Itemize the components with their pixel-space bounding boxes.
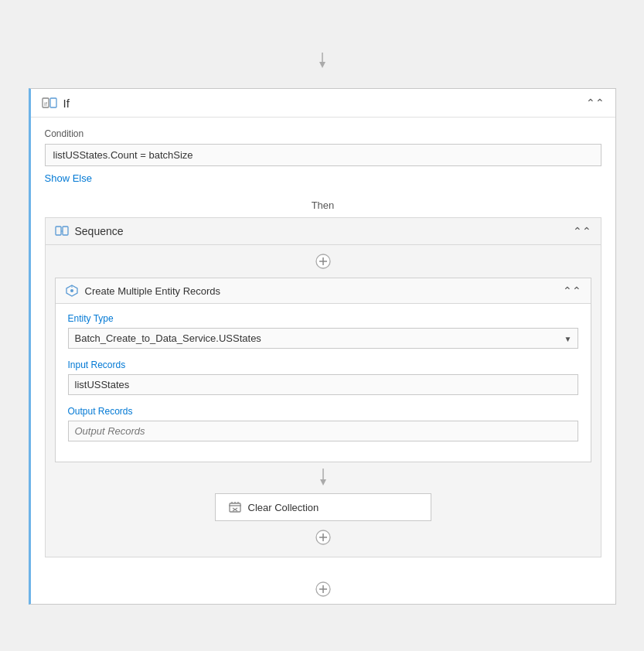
arrow-connector-1 — [46, 462, 601, 493]
add-step-outer-button[interactable] — [31, 571, 615, 604]
sequence-title: Sequence — [75, 225, 124, 237]
input-records-input[interactable] — [68, 374, 578, 395]
sequence-icon — [55, 224, 69, 238]
output-records-group: Output Records — [68, 406, 578, 441]
entity-header: Create Multiple Entity Records ⌃⌃ — [56, 278, 591, 304]
entity-type-group: Entity Type Batch_Create_to_Data_Service… — [68, 313, 578, 349]
entity-type-label: Entity Type — [68, 313, 578, 324]
entity-type-select[interactable]: Batch_Create_to_Data_Service.USStates — [68, 328, 578, 349]
add-step-bottom-button[interactable] — [46, 521, 601, 557]
clear-collection-wrapper: Clear Collection — [46, 493, 601, 521]
output-records-label: Output Records — [68, 406, 578, 417]
clear-collection-label: Clear Collection — [248, 502, 319, 513]
svg-rect-5 — [56, 227, 61, 235]
input-records-label: Input Records — [68, 360, 578, 370]
clear-collection-block: Clear Collection — [215, 493, 431, 521]
entity-block: Create Multiple Entity Records ⌃⌃ Entity… — [55, 278, 591, 462]
output-records-input[interactable] — [68, 421, 578, 441]
if-icon: if — [42, 95, 57, 111]
clear-collection-icon — [228, 500, 242, 514]
if-block: if If ⌃⌃ Condition Show Else Then — [29, 88, 616, 605]
top-arrow-connector — [29, 46, 616, 73]
svg-point-12 — [70, 289, 73, 292]
sequence-header: Sequence ⌃⌃ — [46, 218, 601, 245]
entity-collapse-icon[interactable]: ⌃⌃ — [563, 285, 581, 297]
sequence-collapse-icon[interactable]: ⌃⌃ — [573, 225, 591, 237]
sequence-block: Sequence ⌃⌃ — [45, 217, 601, 557]
condition-input[interactable] — [45, 144, 601, 166]
svg-rect-16 — [230, 503, 240, 512]
show-else-link[interactable]: Show Else — [45, 172, 92, 184]
svg-text:if: if — [44, 101, 48, 107]
entity-body: Entity Type Batch_Create_to_Data_Service… — [56, 304, 591, 462]
condition-label: Condition — [45, 128, 601, 139]
entity-icon — [65, 284, 79, 298]
add-step-top-button[interactable] — [46, 245, 601, 278]
input-records-group: Input Records — [68, 360, 578, 395]
if-title: If — [63, 97, 70, 110]
then-label: Then — [31, 192, 615, 217]
if-collapse-icon[interactable]: ⌃⌃ — [586, 97, 605, 109]
condition-section: Condition Show Else — [31, 118, 615, 192]
svg-marker-15 — [320, 479, 326, 486]
entity-title: Create Multiple Entity Records — [85, 285, 221, 297]
svg-rect-6 — [63, 227, 68, 235]
entity-type-select-wrapper: Batch_Create_to_Data_Service.USStates ▼ — [68, 328, 578, 349]
main-canvas: if If ⌃⌃ Condition Show Else Then — [0, 0, 644, 651]
svg-marker-1 — [319, 62, 325, 68]
if-header: if If ⌃⌃ — [31, 89, 615, 118]
svg-rect-3 — [50, 98, 56, 107]
